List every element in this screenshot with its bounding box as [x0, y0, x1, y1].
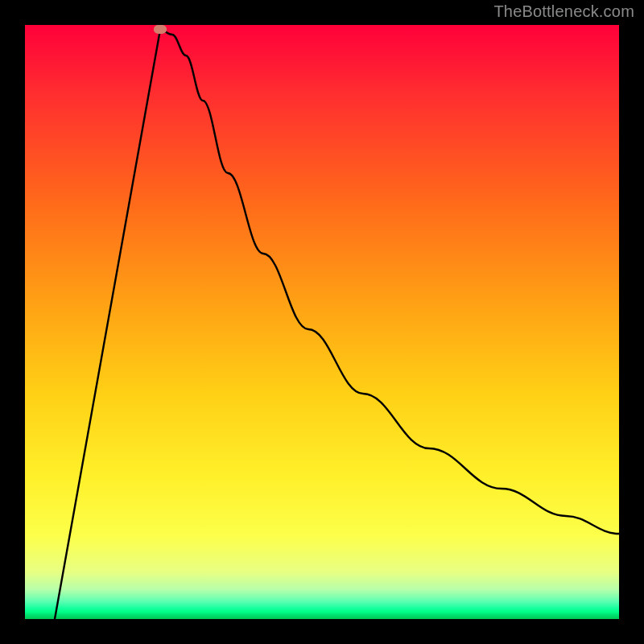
curve-layer	[25, 25, 619, 619]
watermark-text: TheBottleneck.com	[493, 2, 634, 21]
bottleneck-curve	[55, 30, 619, 619]
chart-frame: TheBottleneck.com	[0, 0, 644, 644]
minimum-marker	[154, 25, 167, 34]
plot-area	[25, 25, 619, 619]
